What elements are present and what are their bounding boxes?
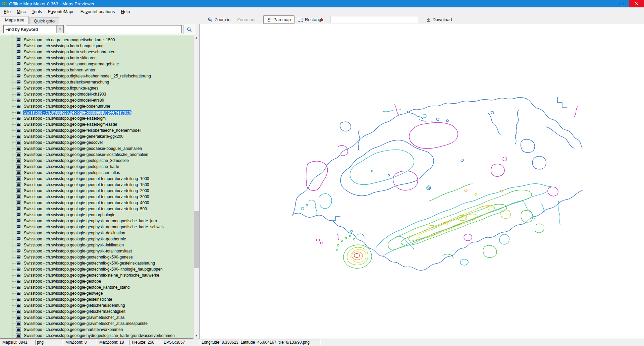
tree-row[interactable]: Swisstopo - ch.swisstopo.geologie-geolog… xyxy=(0,158,199,164)
tree-row[interactable]: Swisstopo - ch.swisstopo.dreiecksvermasc… xyxy=(0,79,199,85)
scroll-down-arrow-icon[interactable]: ▼ xyxy=(194,333,199,339)
menu-item[interactable]: File xyxy=(1,8,14,15)
tree-row[interactable]: Swisstopo - ch.swisstopo.geologie-geophy… xyxy=(0,236,199,242)
status-panel: Longitude=8.338623, Latitude=46.604167, … xyxy=(200,340,321,345)
tree-row[interactable]: Swisstopo - ch.swisstopo.geologie-geomol… xyxy=(0,182,199,188)
tree-row[interactable]: Swisstopo - ch.swisstopo-karto.schneesch… xyxy=(0,49,199,55)
tree-row[interactable]: Swisstopo - ch.swisstopo.digitales-hoehe… xyxy=(0,73,199,79)
tree-row[interactable]: Swisstopo - ch.swisstopo.geologie-geophy… xyxy=(0,242,199,248)
tree-row[interactable]: Swisstopo - ch.swisstopo.geologie-geophy… xyxy=(0,248,199,254)
map-layer-icon xyxy=(16,321,21,326)
tree-row-label: Swisstopo - ch.swisstopo.geologie-bodenu… xyxy=(23,104,111,109)
tree-row[interactable]: Swisstopo - ch.swisstopo.geologie-geodae… xyxy=(0,146,199,152)
scrollbar-thumb[interactable] xyxy=(194,211,199,268)
tree-row[interactable]: Swisstopo - ch.swisstopo.geologie-geomol… xyxy=(0,188,199,194)
tree-row[interactable]: Swisstopo - ch.swisstopo.geologie-geophy… xyxy=(0,218,199,224)
find-row: Find by Keyword ▼ xyxy=(0,24,200,35)
tree-row-label: Swisstopo - ch.swisstopo.geologie-gestei… xyxy=(23,297,113,302)
tree-row-label: Swisstopo - ch.swisstopo-karto.hangneigu… xyxy=(23,44,104,48)
tree-row[interactable]: Swisstopo - ch.swisstopo.geologie-geotec… xyxy=(0,260,199,266)
minimize-button[interactable] xyxy=(599,0,614,7)
tree-row[interactable]: Swisstopo - ch.swisstopo.geologie-geomol… xyxy=(0,194,199,200)
search-button[interactable] xyxy=(183,25,195,34)
scroll-up-arrow-icon[interactable]: ▲ xyxy=(194,35,199,41)
tree-row[interactable]: Swisstopo - ch.swisstopo.geologie-geodae… xyxy=(0,152,199,158)
map-layer-icon xyxy=(16,315,21,320)
menu-item[interactable]: Misc xyxy=(14,8,29,15)
tree-row[interactable]: Swisstopo - ch.swisstopo.geologie-gletsc… xyxy=(0,308,199,314)
map-layer-icon xyxy=(16,92,21,96)
tree-row[interactable]: Swisstopo - ch.swisstopo.geologie-bodenu… xyxy=(0,103,199,109)
tree-row[interactable]: Swisstopo - ch.swisstopo.geologie-gletsc… xyxy=(0,302,199,308)
tree-row[interactable]: Swisstopo - ch.swisstopo.geologie-geotop… xyxy=(0,278,199,284)
rectangle-button[interactable]: Rectangle xyxy=(294,16,328,23)
tree-row[interactable]: Swisstopo - ch.swisstopo.geologie-dosisl… xyxy=(0,109,199,115)
tab-quick-goto[interactable]: Quick goto xyxy=(30,17,59,24)
tree-row[interactable]: Swisstopo - ch.swisstopo.geologie-gravim… xyxy=(0,314,199,321)
tree-row[interactable]: Swisstopo - ch.swisstopo.geologie-eiszei… xyxy=(0,115,199,121)
find-mode-select[interactable]: Find by Keyword ▼ xyxy=(3,25,64,33)
tree-row[interactable]: Swisstopo - ch.swisstopo.geologie-geotec… xyxy=(0,266,199,272)
tree-row[interactable]: Swisstopo - ch.swisstopo.geoidmodell-etr… xyxy=(0,97,199,103)
rectangle-label: Rectangle xyxy=(305,17,325,22)
close-button[interactable] xyxy=(629,0,644,7)
map-layer-icon xyxy=(16,56,21,60)
tree-row[interactable]: Swisstopo - ch.swisstopo.geologie-gravim… xyxy=(0,321,199,327)
tree-row[interactable]: Swisstopo - ch.swisstopo.geologie-geomor… xyxy=(0,212,199,218)
tree-row[interactable]: Swisstopo - ch.swisstopo.geologie-geophy… xyxy=(0,224,199,230)
tree-row[interactable]: Swisstopo - ch.swisstopo-vd.spannungsarm… xyxy=(0,61,199,67)
map-layer-icon xyxy=(16,128,21,132)
tree-row[interactable]: Swisstopo - ch.swisstopo-karto.hangneigu… xyxy=(0,43,199,49)
tree-row[interactable]: Swisstopo - ch.swisstopo.geologie-geolog… xyxy=(0,164,199,170)
zoom-out-button[interactable]: Zoom out xyxy=(234,16,259,23)
tree-row[interactable]: Swisstopo - ch.nagra.aeromagnetische-kar… xyxy=(0,37,199,43)
pan-map-button[interactable]: Pan map xyxy=(263,15,294,24)
map-layer-icon xyxy=(16,327,21,332)
tree-row[interactable]: Swisstopo - ch.swisstopo.geologie-geotec… xyxy=(0,272,199,278)
tree-row[interactable]: Swisstopo - ch.swisstopo.fixpunkte-agnes xyxy=(0,85,199,91)
tree-row[interactable]: Swisstopo - ch.swisstopo-karto.skitouren xyxy=(0,55,199,61)
status-bar: MapsID: 3841pngMinZoom: 8MaxZoom: 18Tile… xyxy=(0,339,644,346)
tree-row[interactable]: Swisstopo - ch.swisstopo.geologie-genera… xyxy=(0,133,199,139)
map-canvas[interactable] xyxy=(200,24,644,339)
tree-row-label: Swisstopo - ch.swisstopo.geologie-geocov… xyxy=(23,140,104,145)
tree-row-label: Swisstopo - ch.swisstopo.geologie-gravim… xyxy=(23,315,125,320)
maximize-button[interactable] xyxy=(614,0,629,7)
coords-input[interactable] xyxy=(330,16,418,23)
tree-row[interactable]: Swisstopo - ch.swisstopo.geologie-hydrog… xyxy=(0,333,199,339)
tree-row-label: Swisstopo - ch.swisstopo.geologie-felsob… xyxy=(23,128,142,133)
tree-row-label: Swisstopo - ch.swisstopo.geologie-gletsc… xyxy=(23,309,126,314)
menu-item[interactable]: FavoriteLocations xyxy=(77,8,118,15)
tree-row[interactable]: Swisstopo - ch.swisstopo.geologie-geophy… xyxy=(0,230,199,236)
map-layer-icon xyxy=(16,297,21,301)
tree-row[interactable]: Swisstopo - ch.swisstopo.geologie-geotop… xyxy=(0,284,199,290)
status-panel: MapsID: 3841 xyxy=(1,340,34,345)
tree-row[interactable]: Swisstopo - ch.swisstopo.geologie-geotec… xyxy=(0,254,199,260)
tree-row[interactable]: Swisstopo - ch.swisstopo.geologie-geomol… xyxy=(0,176,199,182)
tree-row-label: Swisstopo - ch.swisstopo.geologie-geomol… xyxy=(23,176,150,181)
tree-row[interactable]: Swisstopo - ch.swisstopo.geologie-gestei… xyxy=(0,296,199,302)
tree-row[interactable]: Swisstopo - ch.swisstopo.geologie-felsob… xyxy=(0,127,199,133)
close-icon xyxy=(635,2,638,5)
chevron-down-icon[interactable]: ▼ xyxy=(56,25,63,33)
tab-maps-tree[interactable]: Maps tree xyxy=(1,16,29,24)
download-button[interactable]: Download xyxy=(423,16,455,23)
tree-row[interactable]: Swisstopo - ch.swisstopo.geoidmodell-ch1… xyxy=(0,91,199,97)
tree-row[interactable]: Swisstopo - ch.swisstopo.geologie-geomol… xyxy=(0,200,199,206)
tree-row[interactable]: Swisstopo - ch.swisstopo.geologie-geolog… xyxy=(0,170,199,176)
tree-row[interactable]: Swisstopo - ch.swisstopo.geologie-eiszei… xyxy=(0,121,199,127)
menu-item[interactable]: Tools xyxy=(29,8,45,15)
title-bar[interactable]: Offline Map Maker 8.363 - Maps Previewer xyxy=(0,0,644,7)
tree-row[interactable]: Swisstopo - ch.swisstopo.geologie-geocov… xyxy=(0,139,199,146)
tree-scrollbar[interactable]: ▲ ▼ xyxy=(193,35,199,339)
toolbar-separator xyxy=(261,16,261,23)
menu-item[interactable]: FavoriteMaps xyxy=(45,8,77,15)
tree-row[interactable]: Swisstopo - ch.swisstopo.bahnen-winter xyxy=(0,67,199,73)
zoom-in-button[interactable]: Zoom in xyxy=(205,16,234,23)
search-input[interactable] xyxy=(66,25,182,33)
menu-item[interactable]: Help xyxy=(118,8,133,15)
tree-row[interactable]: Swisstopo - ch.swisstopo.geologie-geomol… xyxy=(0,206,199,212)
tree-row[interactable]: Swisstopo - ch.swisstopo.geologie-geoweg… xyxy=(0,290,199,296)
sidebar-tabs: Maps tree Quick goto xyxy=(1,16,59,24)
tree-row[interactable]: Swisstopo - ch.swisstopo.geologie-hartst… xyxy=(0,327,199,333)
